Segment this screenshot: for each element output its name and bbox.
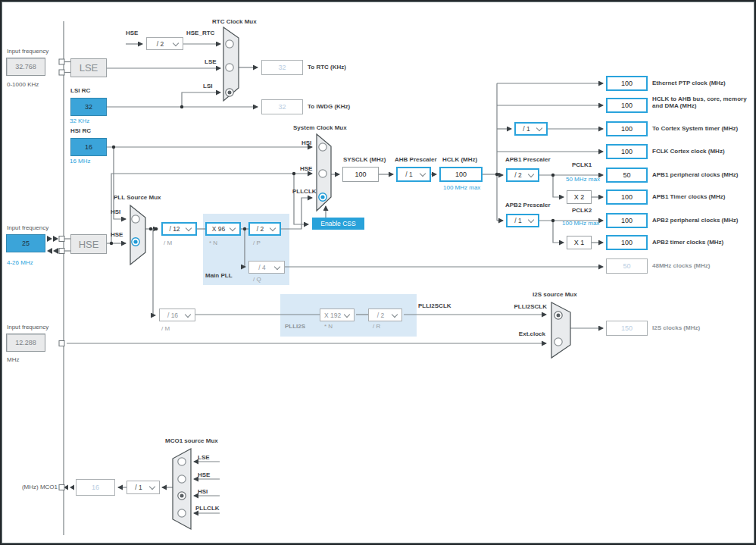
hclk-value-box[interactable]: 100: [439, 167, 483, 182]
plli2s-r-divider-value: / 2: [369, 312, 392, 319]
clk48-label: 48MHz clocks (MHz): [652, 262, 710, 270]
enable-css-button[interactable]: Enable CSS: [312, 218, 364, 230]
hclk-ahb-value-box[interactable]: 100: [606, 98, 648, 113]
chevron-down-icon: [274, 263, 280, 269]
apb1-prescaler-select[interactable]: / 2: [506, 168, 539, 182]
plli2s-r-sub-label: / R: [373, 323, 380, 330]
ethernet-ptp-label: Ethernet PTP clock (MHz): [652, 80, 726, 87]
pll-m-divider-select[interactable]: / 12: [161, 222, 197, 236]
plli2s-r-divider-select[interactable]: / 2: [368, 309, 402, 321]
hse-range-label: 4-26 MHz: [7, 259, 33, 267]
ahb-prescaler-value: / 1: [398, 171, 420, 178]
pclk2-label: PCLK2: [572, 207, 592, 215]
pclk1-label: PCLK1: [572, 161, 592, 169]
apb1-timer-label: APB1 Timer clocks (MHz): [652, 193, 725, 201]
apb2-peripheral-value-box[interactable]: 100: [606, 213, 648, 228]
lse-range-label: 0-1000 KHz: [7, 81, 39, 89]
rtc-mux-radio-lse[interactable]: [226, 64, 233, 71]
mco1-divider-value: / 1: [127, 484, 150, 491]
mco1-output-label: (MHz) MCO1: [5, 484, 58, 491]
i2s-mux-radio-extclock[interactable]: [555, 338, 562, 346]
system-mux-radio-hsi[interactable]: [319, 143, 326, 151]
pll-p-divider-value: / 2: [250, 225, 270, 233]
chevron-down-icon: [392, 311, 398, 317]
hse-frequency-input[interactable]: 25: [6, 234, 45, 252]
chevron-down-icon: [185, 311, 191, 317]
mco1-divider-select[interactable]: / 1: [127, 481, 160, 494]
to-rtc-label: To RTC (KHz): [308, 64, 346, 71]
chevron-down-icon: [149, 484, 155, 490]
apb1-peripheral-value-box[interactable]: 50: [606, 168, 648, 183]
lse-oscillator-box: LSE: [70, 58, 107, 77]
chevron-down-icon: [528, 171, 534, 177]
plli2s-m-divider-select[interactable]: / 16: [159, 309, 195, 321]
hclk-max-label: 100 MHz max: [443, 184, 480, 192]
apb2-timer-multiplier-box: X 1: [567, 236, 592, 249]
lse-input-frequency-label: Input frequency: [7, 48, 48, 55]
mco1-mux-radio-pllclk[interactable]: [178, 509, 186, 517]
fclk-value-box[interactable]: 100: [606, 144, 648, 159]
pll-n-multiplier-select[interactable]: X 96: [205, 222, 241, 236]
cortex-timer-label: To Cortex System timer (MHz): [652, 125, 738, 133]
mco1-mux-radio-lse[interactable]: [178, 458, 186, 465]
system-mux-title: System Clock Mux: [293, 124, 347, 132]
system-hse-label: HSE: [300, 165, 312, 173]
sysclk-value-box: 100: [342, 167, 379, 182]
pll-n-sub-label: * N: [209, 240, 217, 247]
pll-hse-label: HSE: [111, 231, 123, 239]
chevron-down-icon: [344, 311, 350, 317]
lse-frequency-input[interactable]: 32.768: [6, 58, 45, 76]
rtc-lsi-label: LSI: [203, 83, 212, 90]
lsi-rc-title: LSI RC: [70, 87, 90, 95]
pll-m-sub-label: / M: [164, 240, 172, 247]
ahb-prescaler-select[interactable]: / 1: [396, 167, 431, 182]
system-mux-radio-pllclk-dot: [320, 195, 324, 199]
rtc-lse-label: LSE: [205, 58, 217, 66]
apb2-prescaler-select[interactable]: / 1: [506, 214, 539, 227]
rtc-mux-radio-hse-rtc[interactable]: [226, 40, 233, 48]
clock-configuration-canvas: Input frequency 32.768 0-1000 KHz LSE LS…: [0, 0, 756, 545]
pll-m-divider-value: / 12: [163, 225, 186, 233]
i2s-source-mux: [551, 302, 570, 358]
ethernet-ptp-value-box[interactable]: 100: [606, 76, 648, 91]
rtc-hse-divider-select[interactable]: / 2: [146, 37, 183, 50]
hse-pin-arrows: [47, 236, 74, 490]
plli2s-m-sub-label: / M: [161, 325, 170, 333]
rtc-clock-value-box: 32: [261, 60, 303, 75]
chevron-down-icon: [420, 171, 426, 177]
cortex-timer-value-box[interactable]: 100: [606, 121, 648, 136]
apb2-prescaler-value: / 1: [508, 217, 529, 224]
i2s-ext-frequency-input[interactable]: 12.288: [6, 334, 45, 352]
rtc-mux-title: RTC Clock Mux: [212, 18, 257, 26]
to-iwdg-label: To IWDG (KHz): [308, 103, 350, 111]
chevron-down-icon: [173, 39, 179, 45]
chevron-down-icon: [186, 225, 192, 231]
pclk1-max-label: 50 MHz max: [566, 176, 600, 183]
pll-q-sub-label: / Q: [253, 276, 261, 283]
rtc-hse-label: HSE: [126, 30, 138, 37]
pll-q-divider-select[interactable]: / 4: [248, 261, 285, 274]
mco1-mux-radio-hse[interactable]: [178, 475, 186, 483]
plli2s-n-multiplier-select[interactable]: X 192: [320, 309, 355, 321]
hsi-frequency-label: 16 MHz: [70, 158, 91, 165]
pll-mux-radio-hsi[interactable]: [132, 215, 139, 223]
apb1-timer-multiplier-box: X 2: [567, 190, 592, 204]
cortex-timer-divider-select[interactable]: / 1: [514, 122, 548, 136]
apb2-timer-value-box[interactable]: 100: [606, 235, 648, 250]
hclk-label: HCLK (MHz): [442, 156, 477, 164]
i2s-extclock-label: Ext.clock: [500, 330, 545, 338]
system-mux-radio-hse[interactable]: [319, 170, 326, 177]
pll-p-divider-select[interactable]: / 2: [248, 222, 281, 236]
pclk2-max-label: 100 MHz max: [562, 220, 599, 227]
clk48-value-box: 50: [606, 258, 648, 274]
i2s-mux-radio-plli2sclk-dot: [557, 314, 561, 318]
hsi-rc-box: 16: [70, 138, 107, 156]
chevron-down-icon: [536, 125, 542, 131]
rtc-hse-divider-value: / 2: [147, 40, 173, 48]
i2s-clock-value-box: 150: [606, 321, 648, 336]
apb2-timer-label: APB2 timer clocks (MHz): [652, 239, 723, 246]
apb2-prescaler-label: APB2 Prescaler: [505, 202, 551, 209]
apb2-peripheral-label: APB2 peripheral clocks (MHz): [652, 217, 738, 224]
apb1-timer-value-box[interactable]: 100: [606, 189, 648, 205]
ahb-prescaler-label: AHB Prescaler: [395, 156, 437, 164]
